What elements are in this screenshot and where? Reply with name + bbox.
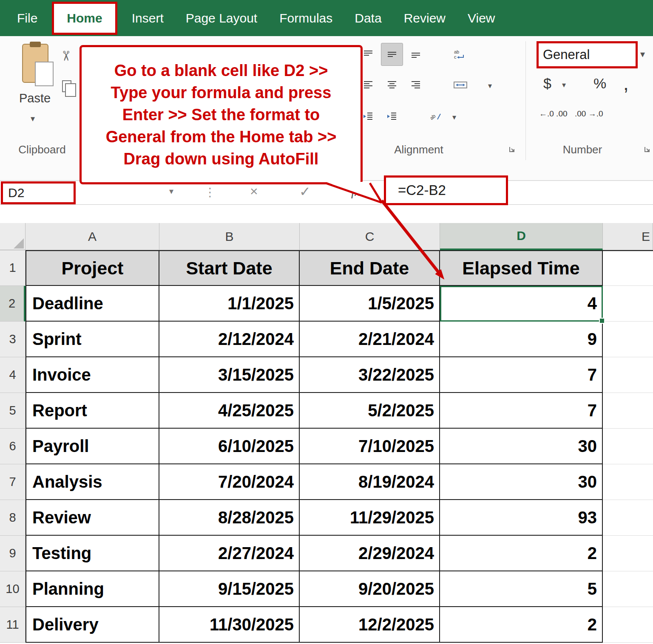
alignment-dialog-launcher[interactable] bbox=[508, 146, 516, 155]
tab-review[interactable]: Review bbox=[393, 0, 457, 36]
cell-d9[interactable]: 2 bbox=[440, 536, 603, 571]
tab-file[interactable]: File bbox=[6, 0, 48, 36]
cell-d1[interactable]: Elapsed Time bbox=[440, 250, 603, 286]
increase-decimal-button[interactable]: ←.0 .00 bbox=[539, 109, 568, 119]
cell-b3[interactable]: 2/12/2024 bbox=[159, 322, 300, 357]
orientation-button[interactable]: ab bbox=[422, 105, 449, 128]
row-header-4[interactable]: 4 bbox=[0, 357, 26, 393]
cell-a3[interactable]: Sprint bbox=[26, 322, 159, 357]
cell-e10[interactable] bbox=[603, 571, 653, 607]
row-header-9[interactable]: 9 bbox=[0, 536, 26, 571]
comma-format-button[interactable]: , bbox=[623, 72, 629, 95]
tab-view[interactable]: View bbox=[457, 0, 506, 36]
cell-b7[interactable]: 7/20/2024 bbox=[159, 464, 300, 500]
column-header-c[interactable]: C bbox=[300, 223, 440, 250]
cell-a4[interactable]: Invoice bbox=[26, 357, 159, 393]
cell-d10[interactable]: 5 bbox=[440, 571, 603, 607]
number-format-dropdown[interactable]: General bbox=[537, 41, 638, 68]
cell-b11[interactable]: 11/30/2025 bbox=[159, 607, 300, 643]
cell-d3[interactable]: 9 bbox=[440, 322, 603, 357]
cancel-icon[interactable]: × bbox=[250, 184, 258, 199]
cell-e3[interactable] bbox=[603, 322, 653, 357]
tab-formulas[interactable]: Formulas bbox=[268, 0, 344, 36]
align-bottom-button[interactable] bbox=[405, 43, 427, 66]
cell-c2[interactable]: 1/5/2025 bbox=[300, 286, 440, 322]
cell-c7[interactable]: 8/19/2024 bbox=[300, 464, 440, 500]
cell-a8[interactable]: Review bbox=[26, 500, 159, 536]
wrap-text-button[interactable]: ab c bbox=[444, 43, 477, 66]
cell-c3[interactable]: 2/21/2024 bbox=[300, 322, 440, 357]
decrease-decimal-button[interactable]: .00 →.0 bbox=[575, 109, 603, 119]
paste-chevron-down-icon[interactable]: ▾ bbox=[31, 113, 35, 124]
row-header-6[interactable]: 6 bbox=[0, 429, 26, 464]
row-header-8[interactable]: 8 bbox=[0, 500, 26, 536]
cell-d5[interactable]: 7 bbox=[440, 393, 603, 429]
cell-d8[interactable]: 93 bbox=[440, 500, 603, 536]
cell-e5[interactable] bbox=[603, 393, 653, 429]
insert-function-button[interactable]: fx bbox=[351, 184, 361, 199]
cell-b1[interactable]: Start Date bbox=[159, 250, 300, 286]
number-dialog-launcher[interactable] bbox=[644, 146, 651, 155]
column-header-b[interactable]: B bbox=[159, 223, 300, 250]
cell-a10[interactable]: Planning bbox=[26, 571, 159, 607]
name-box-chevron-down-icon[interactable]: ▾ bbox=[169, 186, 173, 196]
cut-scissors-icon[interactable]: ✂ bbox=[58, 51, 74, 62]
cell-c10[interactable]: 9/20/2025 bbox=[300, 571, 440, 607]
cell-b10[interactable]: 9/15/2025 bbox=[159, 571, 300, 607]
cell-b4[interactable]: 3/15/2025 bbox=[159, 357, 300, 393]
increase-indent-button[interactable] bbox=[381, 105, 403, 128]
row-header-7[interactable]: 7 bbox=[0, 464, 26, 500]
column-header-d[interactable]: D bbox=[440, 223, 603, 250]
cell-a2[interactable]: Deadline bbox=[26, 286, 159, 322]
cell-e7[interactable] bbox=[603, 464, 653, 500]
select-all-button[interactable] bbox=[0, 223, 26, 250]
merge-chevron-down-icon[interactable]: ▾ bbox=[488, 81, 492, 90]
cell-c8[interactable]: 11/29/2025 bbox=[300, 500, 440, 536]
align-center-button[interactable] bbox=[381, 73, 403, 96]
cell-c5[interactable]: 5/2/2025 bbox=[300, 393, 440, 429]
row-header-3[interactable]: 3 bbox=[0, 322, 26, 357]
cell-a5[interactable]: Report bbox=[26, 393, 159, 429]
row-header-1[interactable]: 1 bbox=[0, 250, 26, 286]
number-format-chevron-down-icon[interactable]: ▾ bbox=[640, 49, 645, 60]
tab-home[interactable]: Home bbox=[52, 2, 117, 35]
cell-c4[interactable]: 3/22/2025 bbox=[300, 357, 440, 393]
orientation-chevron-down-icon[interactable]: ▾ bbox=[452, 113, 456, 122]
cell-e8[interactable] bbox=[603, 500, 653, 536]
tab-page-layout[interactable]: Page Layout bbox=[175, 0, 268, 36]
cell-a1[interactable]: Project bbox=[26, 250, 159, 286]
cell-e4[interactable] bbox=[603, 357, 653, 393]
cell-a11[interactable]: Delivery bbox=[26, 607, 159, 643]
cell-b2[interactable]: 1/1/2025 bbox=[159, 286, 300, 322]
tab-insert[interactable]: Insert bbox=[121, 0, 175, 36]
column-header-e[interactable]: E bbox=[603, 223, 653, 250]
cell-d4[interactable]: 7 bbox=[440, 357, 603, 393]
cell-c9[interactable]: 2/29/2024 bbox=[300, 536, 440, 571]
cell-b6[interactable]: 6/10/2025 bbox=[159, 429, 300, 464]
tab-data[interactable]: Data bbox=[344, 0, 392, 36]
merge-center-button[interactable] bbox=[444, 73, 477, 96]
column-header-a[interactable]: A bbox=[26, 223, 159, 250]
row-header-2[interactable]: 2 bbox=[0, 286, 26, 322]
copy-icon[interactable] bbox=[62, 80, 71, 92]
cell-b9[interactable]: 2/27/2024 bbox=[159, 536, 300, 571]
currency-chevron-down-icon[interactable]: ▾ bbox=[562, 80, 566, 90]
paste-button[interactable] bbox=[22, 44, 48, 83]
cell-e1[interactable] bbox=[603, 250, 653, 286]
cell-e9[interactable] bbox=[603, 536, 653, 571]
name-box[interactable]: D2 bbox=[1, 181, 76, 204]
cell-d6[interactable]: 30 bbox=[440, 429, 603, 464]
cell-a6[interactable]: Payroll bbox=[26, 429, 159, 464]
cell-a7[interactable]: Analysis bbox=[26, 464, 159, 500]
currency-format-button[interactable]: $ bbox=[543, 75, 551, 92]
cell-d2-active[interactable]: 4 bbox=[440, 286, 603, 322]
formula-input[interactable]: =C2-B2 bbox=[384, 175, 508, 205]
align-right-button[interactable] bbox=[405, 73, 427, 96]
cell-e2[interactable] bbox=[603, 286, 653, 322]
cell-d11[interactable]: 2 bbox=[440, 607, 603, 643]
row-header-10[interactable]: 10 bbox=[0, 571, 26, 607]
cell-d7[interactable]: 30 bbox=[440, 464, 603, 500]
cell-b5[interactable]: 4/25/2025 bbox=[159, 393, 300, 429]
cell-e11[interactable] bbox=[603, 607, 653, 643]
row-header-5[interactable]: 5 bbox=[0, 393, 26, 429]
